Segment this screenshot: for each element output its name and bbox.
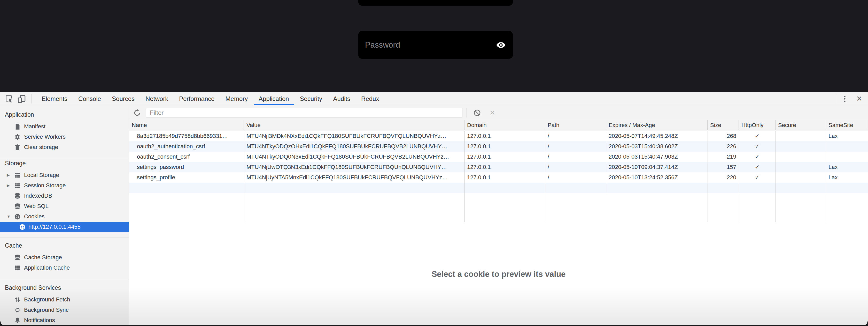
- cookie-cell[interactable]: /: [545, 162, 606, 172]
- column-header-domain[interactable]: Domain: [464, 120, 545, 130]
- cookie-cell[interactable]: 220: [708, 172, 739, 183]
- tab-sources[interactable]: Sources: [106, 92, 140, 105]
- cookie-cell[interactable]: 127.0.0.1: [464, 162, 545, 172]
- cookie-cell[interactable]: MTU4NTkyODQzOHxEdi1CQkFFQ180SUFBUkFCRUFB…: [244, 141, 464, 152]
- cookie-cell[interactable]: 8a3d27185b49d7758d8bb669331…: [129, 131, 244, 141]
- column-header-samesite[interactable]: SameSite: [826, 120, 868, 130]
- cookie-cell[interactable]: ✓: [739, 141, 776, 152]
- cookie-cell[interactable]: 219: [708, 152, 739, 162]
- cookie-cell[interactable]: ✓: [739, 152, 776, 162]
- cookie-cell[interactable]: [826, 152, 868, 162]
- cookie-cell[interactable]: ✓: [739, 131, 776, 141]
- cookie-cell[interactable]: 2020-05-07T14:49:45.248Z: [606, 131, 708, 141]
- cookie-row[interactable]: oauth2_consent_csrfMTU4NTkyODQ0N3xEdi1CQ…: [129, 152, 868, 162]
- cookie-cell[interactable]: MTU4NjUyNTA5MnxEdi1CQkFFQ180SUFBUkFCRUFB…: [244, 172, 464, 183]
- cookie-cell[interactable]: MTU4NjI3MDk4NXxEdi1CQkFFQ180SUFBUkFCRUFB…: [244, 131, 464, 141]
- tab-console[interactable]: Console: [73, 92, 106, 105]
- column-header-size[interactable]: Size: [708, 120, 739, 130]
- cookie-row[interactable]: settings_passwordMTU4NjUwOTQ3N3xEdi1CQkF…: [129, 162, 868, 172]
- tab-redux[interactable]: Redux: [356, 92, 384, 105]
- cookie-cell[interactable]: settings_profile: [129, 172, 244, 183]
- tab-memory[interactable]: Memory: [220, 92, 253, 105]
- column-divider[interactable]: [826, 131, 826, 222]
- password-input[interactable]: [358, 40, 496, 50]
- sidebar-item-clear-storage[interactable]: Clear storage: [0, 142, 129, 153]
- kebab-menu-icon[interactable]: [841, 95, 849, 103]
- sidebar-item-session-storage[interactable]: ▶ Session Storage: [0, 180, 129, 191]
- cookie-cell[interactable]: 226: [708, 141, 739, 152]
- cookie-cell[interactable]: /: [545, 172, 606, 183]
- cookie-cell[interactable]: Lax: [826, 172, 868, 183]
- sidebar-item-background-fetch[interactable]: Background Fetch: [0, 294, 129, 305]
- cookie-cell[interactable]: 127.0.0.1: [464, 131, 545, 141]
- tab-security[interactable]: Security: [294, 92, 328, 105]
- cookie-row[interactable]: oauth2_authentication_csrfMTU4NTkyODQzOH…: [129, 141, 868, 152]
- tab-elements[interactable]: Elements: [36, 92, 73, 105]
- device-toolbar-icon[interactable]: [17, 94, 26, 104]
- cookie-cell[interactable]: [776, 172, 826, 183]
- cookie-cell[interactable]: /: [545, 131, 606, 141]
- sidebar-item-local-storage[interactable]: ▶ Local Storage: [0, 170, 129, 180]
- cookie-cell[interactable]: 127.0.0.1: [464, 172, 545, 183]
- column-header-httponly[interactable]: HttpOnly: [739, 120, 776, 130]
- cookie-cell[interactable]: 2020-05-10T13:24:52.356Z: [606, 172, 708, 183]
- column-divider[interactable]: [708, 131, 708, 222]
- cookie-cell[interactable]: 2020-05-10T09:04:37.414Z: [606, 162, 708, 172]
- cookie-cell[interactable]: MTU4NTkyODQ0N3xEdi1CQkFFQ180SUFBUkFCRUFB…: [244, 152, 464, 162]
- cookie-cell[interactable]: 2020-05-03T15:40:47.903Z: [606, 152, 708, 162]
- tab-performance[interactable]: Performance: [174, 92, 220, 105]
- column-header-path[interactable]: Path: [545, 120, 606, 130]
- column-header-secure[interactable]: Secure: [776, 120, 826, 130]
- cookie-row[interactable]: 8a3d27185b49d7758d8bb669331…MTU4NjI3MDk4…: [129, 131, 868, 141]
- sidebar-item-cookies[interactable]: ▼ Cookies: [0, 211, 129, 222]
- truncated-input-field[interactable]: [358, 0, 513, 6]
- filter-input[interactable]: [146, 108, 462, 118]
- eye-icon[interactable]: [496, 40, 506, 50]
- sidebar-item-background-sync[interactable]: Background Sync: [0, 305, 129, 315]
- cookie-cell[interactable]: ✓: [739, 172, 776, 183]
- triangle-down-icon[interactable]: ▼: [7, 211, 10, 222]
- column-header-expires-max-age[interactable]: Expires / Max-Age: [606, 120, 708, 130]
- cookie-cell[interactable]: [826, 141, 868, 152]
- block-icon[interactable]: [473, 109, 481, 117]
- cookie-cell[interactable]: 127.0.0.1: [464, 141, 545, 152]
- cookie-cell[interactable]: [776, 162, 826, 172]
- cookie-cell[interactable]: MTU4NjUwOTQ3N3xEdi1CQkFFQ180SUFBUkFCRUFB…: [244, 162, 464, 172]
- column-header-value[interactable]: Value: [244, 120, 464, 130]
- cookie-cell[interactable]: 268: [708, 131, 739, 141]
- sidebar-item-application-cache[interactable]: Application Cache: [0, 263, 129, 273]
- cookie-cell[interactable]: /: [545, 152, 606, 162]
- sidebar-item-cache-storage[interactable]: Cache Storage: [0, 252, 129, 263]
- sidebar-item-indexeddb[interactable]: IndexedDB: [0, 191, 129, 201]
- cookie-cell[interactable]: [776, 131, 826, 141]
- cookie-cell[interactable]: [776, 152, 826, 162]
- cookie-cell[interactable]: 2020-05-03T15:40:38.602Z: [606, 141, 708, 152]
- close-icon[interactable]: ✕: [854, 92, 864, 105]
- sidebar-item-notifications[interactable]: Notifications: [0, 315, 129, 325]
- inspect-icon[interactable]: [4, 94, 13, 104]
- triangle-right-icon[interactable]: ▶: [7, 170, 10, 180]
- triangle-right-icon[interactable]: ▶: [7, 180, 10, 191]
- cookie-cell[interactable]: Lax: [826, 131, 868, 141]
- cookie-cell[interactable]: settings_password: [129, 162, 244, 172]
- sidebar-item-service-workers[interactable]: Service Workers: [0, 132, 129, 142]
- cookie-cell[interactable]: [776, 141, 826, 152]
- tab-network[interactable]: Network: [140, 92, 174, 105]
- tab-application[interactable]: Application: [253, 92, 294, 105]
- sidebar-item-manifest[interactable]: Manifest: [0, 121, 129, 132]
- sidebar-item-web-sql[interactable]: Web SQL: [0, 201, 129, 211]
- cookie-cell[interactable]: Lax: [826, 162, 868, 172]
- reload-icon[interactable]: [133, 109, 141, 117]
- password-field[interactable]: [358, 31, 513, 59]
- cookie-cell[interactable]: oauth2_authentication_csrf: [129, 141, 244, 152]
- cookie-cell[interactable]: /: [545, 141, 606, 152]
- column-header-name[interactable]: Name: [129, 120, 244, 130]
- cookie-row[interactable]: settings_profileMTU4NjUyNTA5MnxEdi1CQkFF…: [129, 172, 868, 183]
- sidebar-item-cookie-origin[interactable]: http://127.0.0.1:4455: [0, 222, 129, 232]
- cookie-cell[interactable]: 157: [708, 162, 739, 172]
- cookie-cell[interactable]: ✓: [739, 162, 776, 172]
- cookie-cell[interactable]: oauth2_consent_csrf: [129, 152, 244, 162]
- clear-icon[interactable]: ✕: [488, 106, 497, 120]
- cookie-cell[interactable]: 127.0.0.1: [464, 152, 545, 162]
- tab-audits[interactable]: Audits: [328, 92, 356, 105]
